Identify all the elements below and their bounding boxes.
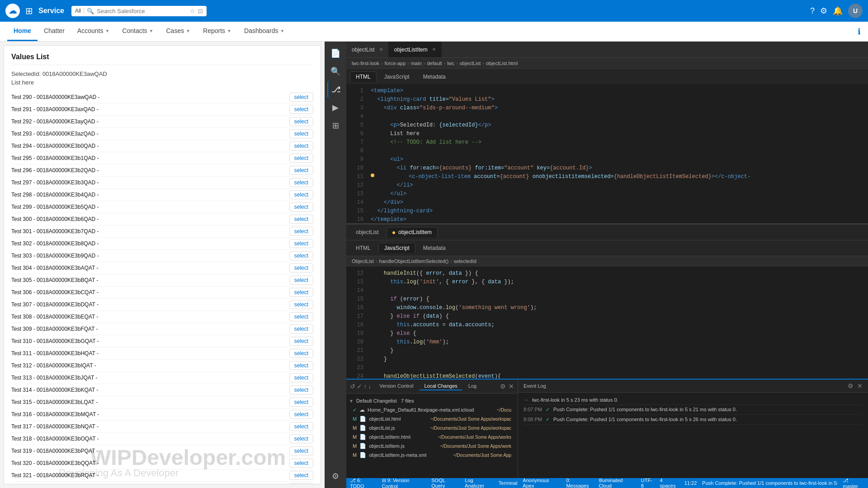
- select-button[interactable]: select: [289, 117, 313, 126]
- nav-accounts[interactable]: Accounts ▼: [71, 22, 116, 41]
- breadcrumb-default[interactable]: default: [427, 61, 442, 66]
- js-bc-handler[interactable]: handleObjectListItemSelected(): [379, 258, 448, 264]
- javascript-tab-top[interactable]: JavaScript: [378, 71, 415, 82]
- objectlist-tab[interactable]: objectList ✕: [346, 42, 389, 57]
- status-soql[interactable]: SOQL Query: [431, 478, 459, 488]
- search-input[interactable]: [97, 8, 187, 14]
- select-button[interactable]: select: [289, 398, 313, 407]
- select-button[interactable]: select: [289, 263, 313, 272]
- select-button[interactable]: select: [289, 385, 313, 394]
- vc-file-item[interactable]: M 📄 objectListItem.html ~/Documents/Just…: [349, 432, 515, 441]
- source-control-icon[interactable]: ⎇: [327, 81, 344, 98]
- status-anon-apex[interactable]: Anonymous Apex: [523, 478, 561, 488]
- vc-push-icon[interactable]: ↑: [363, 383, 367, 390]
- status-terminal[interactable]: Terminal: [499, 480, 518, 486]
- app-launcher-icon[interactable]: ⊞: [24, 4, 35, 18]
- select-button[interactable]: select: [289, 349, 313, 358]
- status-version-control[interactable]: ⊟ 9: Version Control: [382, 478, 426, 488]
- vc-tab-log[interactable]: Log: [464, 382, 481, 390]
- status-encoding[interactable]: UTF-8: [641, 478, 655, 488]
- search-sidebar-icon[interactable]: 🔍: [327, 63, 344, 80]
- vc-tab-version[interactable]: Version Control: [375, 382, 418, 390]
- js-bc-selectedid[interactable]: selectedId: [454, 258, 476, 264]
- status-time[interactable]: 11:22: [684, 478, 697, 488]
- vc-tab-local[interactable]: Local Changes: [420, 382, 462, 390]
- select-button[interactable]: select: [289, 215, 313, 224]
- select-button[interactable]: select: [289, 166, 313, 175]
- breadcrumb-forceapp[interactable]: force-app: [385, 61, 406, 66]
- status-git[interactable]: ⎇ master: [843, 478, 864, 488]
- objectlist-close-icon[interactable]: ✕: [379, 47, 383, 52]
- select-button[interactable]: select: [289, 312, 313, 321]
- nav-reports[interactable]: Reports ▼: [197, 22, 238, 41]
- metadata-tab-bottom[interactable]: Metadata: [417, 243, 452, 253]
- status-todo[interactable]: ⎇ 6: TODO: [350, 478, 377, 488]
- objectlistitem-tab[interactable]: objectListItem ✕: [389, 42, 442, 57]
- select-button[interactable]: select: [289, 202, 313, 211]
- select-button[interactable]: select: [289, 154, 313, 163]
- select-button[interactable]: select: [289, 410, 313, 419]
- select-button[interactable]: select: [289, 93, 313, 102]
- js-bc-objectlist[interactable]: ObjectList: [352, 258, 374, 264]
- select-button[interactable]: select: [289, 446, 313, 455]
- metadata-tab-top[interactable]: Metadata: [417, 71, 452, 82]
- select-button[interactable]: select: [289, 178, 313, 187]
- nav-home[interactable]: Home: [7, 22, 38, 41]
- settings-sidebar-icon[interactable]: ⚙: [327, 468, 344, 484]
- status-log-analyzer[interactable]: Log Analyzer: [465, 478, 493, 488]
- vc-file-item[interactable]: M 📄 objectListItem.js-meta.xml ~/Documen…: [349, 450, 515, 460]
- html-tab[interactable]: HTML: [350, 71, 377, 82]
- breadcrumb-main[interactable]: main: [411, 61, 422, 66]
- select-button[interactable]: select: [289, 434, 313, 443]
- select-button[interactable]: select: [289, 239, 313, 248]
- setup-icon[interactable]: ⚙: [820, 6, 827, 16]
- nav-contacts[interactable]: Contacts ▼: [116, 22, 160, 41]
- breadcrumb-objectlist[interactable]: objectList: [460, 61, 481, 66]
- event-log-settings-icon[interactable]: ⚙: [848, 382, 854, 389]
- javascript-tab-bottom[interactable]: JavaScript: [378, 243, 415, 253]
- search-scope-dropdown[interactable]: All: [75, 8, 84, 14]
- vc-close-icon[interactable]: ✕: [509, 383, 514, 390]
- salesforce-logo[interactable]: ☁: [5, 4, 20, 18]
- select-button[interactable]: select: [289, 471, 313, 480]
- status-messages[interactable]: 0: Messages: [566, 478, 593, 488]
- js-code-editor[interactable]: 12 handleInit({ error, data }) { 13 this…: [346, 267, 868, 379]
- select-button[interactable]: select: [289, 483, 313, 484]
- select-button[interactable]: select: [289, 141, 313, 150]
- vc-pull-icon[interactable]: ↓: [368, 383, 371, 390]
- vc-default-changelist[interactable]: ▼ Default Changelist 7 files: [349, 396, 515, 405]
- vc-file-item[interactable]: M 📄 objectList.html ~/Documents/Just Som…: [349, 414, 515, 423]
- objectlist-file-tab[interactable]: objectList: [350, 227, 385, 237]
- objectlistitem-close-icon[interactable]: ✕: [432, 47, 436, 52]
- select-button[interactable]: select: [289, 129, 313, 138]
- select-button[interactable]: select: [289, 251, 313, 260]
- vc-settings-icon[interactable]: ⚙: [500, 383, 506, 390]
- vc-file-item[interactable]: M 📄 objectList.js ~/Documents/Just Some …: [349, 423, 515, 432]
- select-button[interactable]: select: [289, 373, 313, 382]
- nav-dashboards[interactable]: Dashboards ▼: [238, 22, 291, 41]
- select-button[interactable]: select: [289, 459, 313, 468]
- vc-file-item[interactable]: ✓ ☁ Home_Page_Default1.flexipage-meta.xm…: [349, 405, 515, 414]
- status-spaces[interactable]: 4 spaces: [660, 478, 679, 488]
- notification-icon[interactable]: 🔔: [833, 6, 843, 16]
- select-button[interactable]: select: [289, 288, 313, 297]
- vc-file-item[interactable]: M 📄 objectListItem.js ~/Documents/Just S…: [349, 441, 515, 450]
- breadcrumb-lwc[interactable]: lwc-first-look: [352, 61, 379, 66]
- status-illuminated[interactable]: Illuminated Cloud: [599, 478, 636, 488]
- select-button[interactable]: select: [289, 227, 313, 236]
- html-code-editor[interactable]: 1 <template> 2 <lightning-card title="Va…: [346, 84, 868, 223]
- extensions-icon[interactable]: ⊞: [327, 117, 344, 134]
- nav-cases[interactable]: Cases ▼: [160, 22, 197, 41]
- objectlistitem-file-tab[interactable]: objectListItem: [387, 227, 438, 237]
- event-log-close-icon[interactable]: ✕: [857, 382, 863, 389]
- user-avatar[interactable]: U: [848, 4, 863, 18]
- vc-refresh-icon[interactable]: ↺: [350, 383, 355, 390]
- breadcrumb-objectlisthtml[interactable]: objectList.html: [486, 61, 518, 66]
- select-button[interactable]: select: [289, 276, 313, 285]
- nav-chatter[interactable]: Chatter: [38, 22, 71, 41]
- vc-commit-icon[interactable]: ✓: [357, 383, 362, 390]
- select-button[interactable]: select: [289, 190, 313, 199]
- nav-help-icon[interactable]: ℹ: [858, 22, 861, 41]
- breadcrumb-lwc2[interactable]: lwc: [447, 61, 454, 66]
- select-button[interactable]: select: [289, 324, 313, 333]
